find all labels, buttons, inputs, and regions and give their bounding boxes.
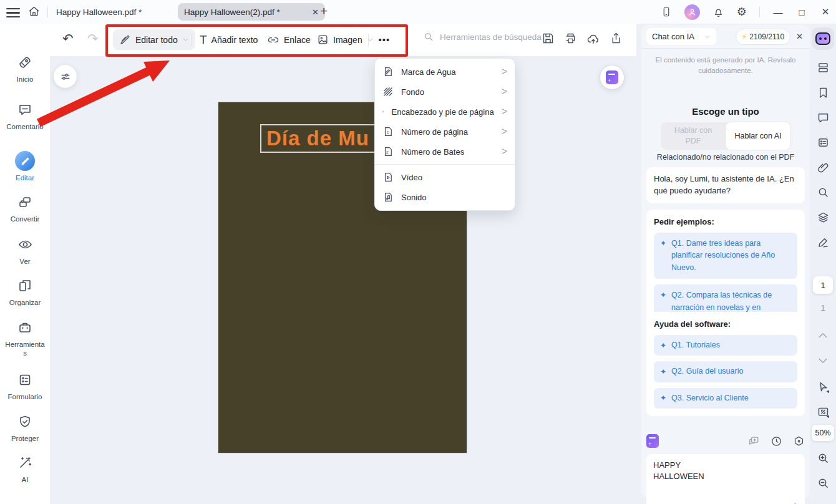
window-close-button[interactable]: ✕ [820,6,831,17]
menu-item-marca-de-agua[interactable]: Marca de Agua > [375,62,515,82]
history-clock-icon[interactable] [770,435,782,447]
chat-input-card: HAPPY HALLOWEEN [646,454,805,504]
header-footer-icon [382,106,384,117]
pdf-editor-window: Happy Halloween.pdf * Happy Halloween(2)… [0,0,836,504]
edit-all-button[interactable]: Editar todo [113,29,195,50]
menu-item-encabezado[interactable]: Encabezado y pie de página > [375,102,515,122]
tab-active[interactable]: Happy Halloween(2).pdf * ✕ [178,3,325,21]
image-label: Imagen [333,35,362,45]
sparkle-icon: ✦ [660,238,666,249]
menu-item-numero-pagina[interactable]: 1 Número de página > [375,122,515,142]
previous-page-chevron-icon[interactable] [810,329,836,342]
sparkle-icon: ✦ [660,340,666,351]
tab-inactive[interactable]: Happy Halloween.pdf * [56,0,142,24]
attachments-panel-icon[interactable] [810,161,836,174]
signature-panel-icon[interactable] [810,236,836,249]
chat-type-toggle: Hablar con PDF Hablar con AI [661,122,790,150]
chat-header: Chat con IA ⚡ 2109/2110 ✕ [641,25,810,49]
next-page-chevron-icon[interactable] [810,354,836,367]
organize-pages-icon [17,278,32,293]
undo-button[interactable]: ↶ [62,31,74,46]
chat-input[interactable]: HAPPY HALLOWEEN [653,460,798,492]
menu-divider [375,164,515,165]
sidebar-item-proteger[interactable]: Proteger [0,414,50,443]
chat-settings-icon[interactable] [793,435,805,447]
sidebar-item-organizar[interactable]: Organizar [0,278,50,307]
sidebar-item-herramientas[interactable]: Herramientas [0,320,50,358]
tab-active-label: Happy Halloween(2).pdf * [184,7,280,17]
account-avatar[interactable] [684,4,700,20]
search-placeholder: Herramientas de búsqueda [440,32,542,42]
shield-check-icon [17,414,32,429]
cloud-upload-button[interactable] [586,32,600,48]
sidebar-item-ai[interactable]: AI [0,455,50,484]
edit-pen-blue-icon [15,151,35,171]
ai-robot-tab[interactable] [812,27,834,50]
new-chat-icon[interactable] [748,435,760,447]
sidebar-item-editar[interactable]: Editar [0,151,50,182]
bookmarks-panel-icon[interactable] [810,86,836,99]
page-number-input[interactable]: 1 [813,276,833,294]
print-button[interactable] [564,32,577,47]
save-button[interactable] [542,32,555,47]
maximize-button[interactable]: □ [796,7,807,17]
zoom-level-display[interactable]: 50% [812,425,834,441]
image-button[interactable]: Imagen [317,29,374,50]
display-settings-button[interactable] [54,65,77,88]
notifications-bell-icon[interactable] [712,6,724,18]
tab-close-icon[interactable]: ✕ [312,7,319,17]
help-item-guia[interactable]: ✦ Q2. Guía del usuario [654,361,797,382]
help-title: Ayuda del software: [654,319,797,329]
more-tools-button[interactable]: ••• [373,31,396,47]
link-label: Enlace [284,35,311,45]
menu-item-sonido[interactable]: Sonido [375,187,515,207]
sidebar-item-convertir[interactable]: Convertir [0,195,50,223]
fit-page-tool[interactable] [810,405,836,419]
settings-gear-icon[interactable]: ⚙ [737,5,747,19]
sidebar-item-inicio[interactable]: Inicio [0,55,50,84]
chat-tools-row [646,432,805,450]
chat-close-icon[interactable]: ✕ [794,32,805,41]
sidebar-item-ver[interactable]: Ver [0,237,50,266]
menu-item-fondo[interactable]: Fondo > [375,82,515,102]
toolbar-divider [191,34,192,46]
new-tab-button[interactable]: + [320,4,328,19]
layers-panel-icon[interactable] [810,211,836,224]
redo-button[interactable]: ↷ [87,31,99,46]
example-question-1[interactable]: ✦ Q1. Dame tres ideas para planificar re… [654,233,797,279]
toggle-hablar-con-ai[interactable]: Hablar con AI [725,122,791,150]
thumbnails-panel-icon[interactable] [810,61,836,74]
hamburger-menu-icon[interactable] [6,6,20,18]
menu-item-numero-bates[interactable]: # Número de Bates > [375,142,515,162]
ai-assistant-float-button[interactable] [600,65,625,90]
sparkle-icon: ✦ [660,289,666,301]
send-button[interactable] [785,501,798,504]
rocket-icon [17,55,32,70]
sidebar-item-comentario[interactable]: Comentario [0,102,50,131]
select-cursor-tool[interactable] [810,380,836,394]
help-item-servicio[interactable]: ✦ Q3. Servicio al Cliente [654,388,797,409]
form-fields-panel-icon[interactable] [810,136,836,149]
chat-mode-dropdown[interactable]: Chat con IA [646,28,716,45]
image-icon [317,34,329,46]
minimize-button[interactable]: — [772,7,784,17]
add-text-button[interactable]: T Añadir texto [200,29,258,50]
share-button[interactable] [610,32,623,47]
search-tools-field[interactable]: Herramientas de búsqueda [423,31,542,42]
menu-item-video[interactable]: Vídeo [375,167,515,187]
zoom-in-button[interactable] [810,452,836,465]
background-icon [382,86,394,97]
ai-notebook-icon[interactable] [646,434,659,448]
sidebar-item-formulario[interactable]: Formulario [0,372,50,401]
toggle-hablar-con-pdf[interactable]: Hablar con PDF [661,122,726,150]
more-tools-dropdown: Marca de Agua > Fondo > Encabezado y pie… [374,58,515,211]
search-panel-icon[interactable] [810,186,836,199]
zoom-out-button[interactable] [810,477,836,490]
comments-panel-icon[interactable] [810,111,836,124]
help-item-tutoriales[interactable]: ✦ Q1. Tutoriales [654,335,797,356]
link-button[interactable]: Enlace [267,29,311,50]
ai-chat-panel: Chat con IA ⚡ 2109/2110 ✕ El contenido e… [641,25,810,498]
watermark-icon [382,66,394,77]
home-icon[interactable] [27,5,41,18]
mobile-device-icon[interactable] [661,6,672,17]
